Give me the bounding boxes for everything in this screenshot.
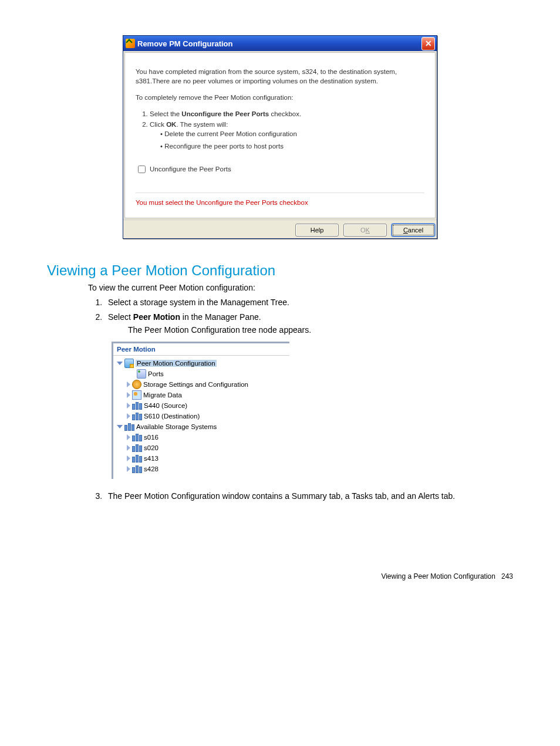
- dialog-step-1: Select the Unconfigure the Peer Ports ch…: [150, 109, 424, 119]
- page-number: 243: [501, 572, 513, 580]
- expand-icon[interactable]: [127, 382, 130, 387]
- dialog-paragraph-2: To completely remove the Peer Motion con…: [136, 93, 424, 102]
- tree-storage-settings[interactable]: Storage Settings and Configuration: [117, 379, 286, 390]
- tree-system[interactable]: s428: [117, 464, 286, 474]
- tree-root-label: Peer Motion Configuration: [136, 360, 217, 367]
- tree-title: Peer Motion: [113, 343, 289, 356]
- tree-label: Ports: [148, 370, 164, 377]
- system-icon: [132, 465, 142, 473]
- dialog-bullet-1: Delete the current Peer Motion configura…: [160, 129, 424, 139]
- help-button[interactable]: Help: [295, 224, 339, 237]
- step-1: Select a storage system in the Managemen…: [104, 297, 513, 308]
- section-heading: Viewing a Peer Motion Configuration: [47, 262, 513, 279]
- system-icon: [124, 423, 134, 431]
- app-icon: [126, 39, 135, 48]
- tree-label: s016: [144, 434, 158, 441]
- ports-icon: [137, 369, 146, 379]
- system-icon: [132, 455, 142, 463]
- titlebar: Remove PM Configuration ✕: [123, 36, 437, 51]
- expand-icon[interactable]: [127, 413, 130, 419]
- unconfigure-checkbox[interactable]: [138, 166, 146, 173]
- tree-label: S440 (Source): [144, 402, 187, 409]
- peer-motion-tree: Peer Motion Peer Motion Configuration Po…: [112, 342, 289, 479]
- tree-label: s428: [144, 465, 158, 472]
- footer-title: Viewing a Peer Motion Configuration: [381, 572, 495, 580]
- tree-dest[interactable]: S610 (Destination): [117, 411, 286, 421]
- expand-icon[interactable]: [117, 362, 123, 365]
- dialog-title: Remove PM Configuration: [137, 39, 233, 48]
- dialog-bullet-2: Reconfigure the peer ports to host ports: [160, 141, 424, 151]
- intro-line: To view the current Peer Motion configur…: [88, 282, 513, 293]
- expand-icon[interactable]: [127, 403, 130, 409]
- expand-icon[interactable]: [127, 392, 130, 398]
- tree-available[interactable]: Available Storage Systems: [117, 421, 286, 432]
- migrate-icon: [132, 390, 141, 400]
- step-2: Select Peer Motion in the Manager Pane. …: [104, 312, 513, 336]
- checkbox-label: Unconfigure the Peer Ports: [150, 164, 231, 174]
- cancel-button[interactable]: Cancel: [392, 224, 435, 237]
- tree-label: Migrate Data: [143, 391, 182, 399]
- system-icon: [132, 413, 142, 420]
- system-icon: [132, 434, 142, 441]
- dialog-paragraph-1: You have completed migration from the so…: [136, 67, 424, 86]
- tree-system[interactable]: s413: [117, 453, 286, 464]
- tree-system[interactable]: s016: [117, 432, 286, 443]
- tree-label: Available Storage Systems: [136, 423, 217, 430]
- step-3: The Peer Motion Configuration window con…: [104, 491, 513, 502]
- expand-icon[interactable]: [117, 425, 123, 428]
- tree-source[interactable]: S440 (Source): [117, 400, 286, 411]
- page-footer: Viewing a Peer Motion Configuration 243: [47, 572, 513, 580]
- expand-icon[interactable]: [127, 466, 130, 472]
- expand-icon[interactable]: [127, 455, 130, 461]
- tree-system[interactable]: s020: [117, 443, 286, 453]
- remove-pm-dialog: Remove PM Configuration ✕ You have compl…: [123, 35, 437, 239]
- step-2-sub: The Peer Motion Configuration tree node …: [128, 325, 513, 336]
- expand-icon[interactable]: [127, 434, 130, 440]
- dialog-step-2: Click OK. The system will: Delete the cu…: [150, 120, 424, 150]
- config-icon: [124, 359, 134, 368]
- close-icon[interactable]: ✕: [421, 37, 435, 50]
- tree-label: s413: [144, 455, 158, 462]
- tree-ports[interactable]: Ports: [117, 369, 286, 379]
- tree-migrate[interactable]: Migrate Data: [117, 390, 286, 400]
- ok-button[interactable]: OK: [343, 224, 387, 237]
- tree-label: S610 (Destination): [144, 413, 200, 420]
- system-icon: [132, 402, 142, 410]
- system-icon: [132, 444, 142, 452]
- tree-label: Storage Settings and Configuration: [143, 381, 248, 388]
- expand-icon[interactable]: [127, 445, 130, 451]
- tree-root[interactable]: Peer Motion Configuration: [117, 358, 286, 369]
- gear-icon: [132, 380, 141, 389]
- error-text: You must select the Unconfigure the Peer…: [136, 193, 424, 207]
- tree-label: s020: [144, 444, 158, 451]
